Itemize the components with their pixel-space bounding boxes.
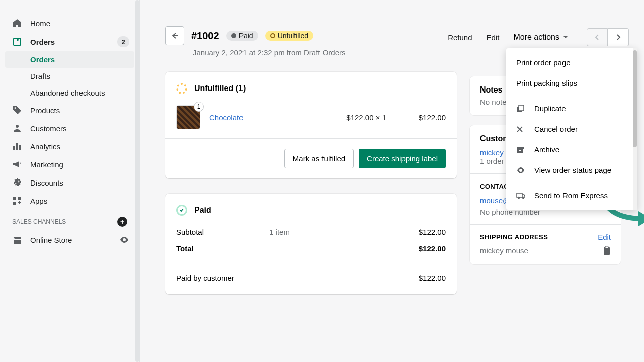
svg-rect-17 — [517, 193, 522, 197]
refund-link[interactable]: Refund — [448, 33, 472, 42]
add-channel-icon[interactable]: + — [117, 217, 127, 227]
svg-rect-2 — [13, 146, 15, 150]
nav-customers[interactable]: Customers — [0, 119, 139, 137]
edit-link[interactable]: Edit — [487, 33, 500, 42]
nav-marketing[interactable]: Marketing — [0, 155, 139, 173]
unfulfilled-badge: Unfulfilled — [265, 31, 313, 41]
product-thumbnail: 1 — [176, 105, 200, 129]
eye-icon[interactable] — [119, 235, 129, 245]
paid-card: Paid Subtotal1 item$122.00 Total$122.00 … — [165, 194, 457, 294]
mark-fulfilled-button[interactable]: Mark as fulfilled — [284, 149, 354, 168]
line-item: 1 Chocolate $122.00 × 1 $122.00 — [165, 102, 457, 138]
paid-badge: Paid — [226, 31, 258, 41]
order-title: #1002 — [191, 30, 219, 42]
nav-orders[interactable]: Orders 2 — [0, 32, 139, 51]
svg-rect-4 — [19, 145, 21, 150]
nav-drafts[interactable]: Drafts — [0, 68, 139, 84]
unfulfilled-ring-icon — [176, 83, 187, 94]
header-actions: Refund Edit More actions — [448, 28, 629, 46]
sidebar: Home Orders 2 Orders Drafts Abandoned ch… — [0, 0, 140, 362]
paid-check-icon — [176, 205, 187, 216]
close-icon — [516, 126, 525, 133]
svg-rect-14 — [517, 147, 524, 149]
unfulfilled-card: Unfulfilled (1) 1 Chocolate $122.00 × 1 … — [165, 72, 457, 178]
chevron-down-icon — [562, 35, 569, 39]
order-meta: January 2, 2021 at 2:32 pm from Draft Or… — [193, 48, 457, 57]
svg-point-18 — [518, 197, 520, 198]
back-button[interactable] — [165, 26, 184, 45]
print-order-item[interactable]: Print order page — [506, 52, 637, 73]
next-order[interactable] — [608, 28, 629, 46]
apps-icon — [12, 196, 22, 206]
person-icon — [12, 123, 22, 133]
main: #1002 Paid Unfulfilled January 2, 2021 a… — [140, 0, 644, 362]
duplicate-item[interactable]: Duplicate — [506, 98, 637, 119]
cancel-order-item[interactable]: Cancel order — [506, 119, 637, 139]
paid-by-row: Paid by customer$122.00 — [165, 269, 457, 286]
qty-badge: 1 — [194, 102, 204, 112]
svg-rect-6 — [18, 197, 21, 200]
svg-rect-11 — [605, 246, 608, 248]
product-link[interactable]: Chocolate — [209, 113, 244, 122]
more-actions-button[interactable]: More actions — [513, 33, 569, 42]
nav-apps[interactable]: Apps — [0, 192, 139, 210]
more-actions-menu: Print order page Print packing slips Dup… — [506, 48, 637, 210]
svg-rect-13 — [519, 105, 524, 111]
nav-home[interactable]: Home — [0, 14, 139, 32]
archive-item[interactable]: Archive — [506, 139, 637, 160]
duplicate-icon — [516, 105, 525, 113]
svg-point-19 — [523, 197, 524, 198]
nav-discounts[interactable]: Discounts — [0, 173, 139, 192]
svg-rect-3 — [16, 143, 18, 150]
nav-abandoned[interactable]: Abandoned checkouts — [0, 84, 139, 101]
prev-order[interactable] — [587, 28, 608, 46]
create-shipping-label-button[interactable]: Create shipping label — [359, 149, 446, 168]
tag-icon — [12, 105, 22, 115]
shipping-icon — [516, 192, 525, 199]
store-icon — [12, 235, 22, 245]
megaphone-icon — [12, 159, 22, 169]
svg-rect-7 — [13, 202, 16, 205]
nav-orders-sub[interactable]: Orders — [5, 51, 134, 68]
sales-channels-header: SALES CHANNELS + — [0, 210, 139, 231]
svg-point-1 — [16, 125, 19, 128]
view-status-item[interactable]: View order status page — [506, 160, 637, 180]
orders-count-badge: 2 — [117, 36, 129, 47]
edit-shipping[interactable]: Edit — [598, 233, 611, 241]
nav-analytics[interactable]: Analytics — [0, 137, 139, 155]
svg-rect-5 — [13, 197, 16, 200]
clipboard-icon[interactable] — [603, 246, 611, 255]
nav-online-store[interactable]: Online Store — [0, 231, 139, 249]
discount-icon — [12, 177, 22, 188]
svg-rect-16 — [519, 150, 521, 151]
archive-icon — [516, 146, 525, 153]
eye-icon — [516, 167, 525, 173]
print-packing-item[interactable]: Print packing slips — [506, 73, 637, 94]
home-icon — [12, 18, 22, 28]
orders-icon — [12, 37, 22, 47]
nav-products[interactable]: Products — [0, 101, 139, 119]
send-rom-express-item[interactable]: Send to Rom Express — [506, 185, 637, 206]
analytics-icon — [12, 141, 22, 151]
total-row: Total$122.00 — [165, 240, 457, 257]
svg-rect-15 — [517, 149, 523, 153]
subtotal-row: Subtotal1 item$122.00 — [165, 224, 457, 240]
